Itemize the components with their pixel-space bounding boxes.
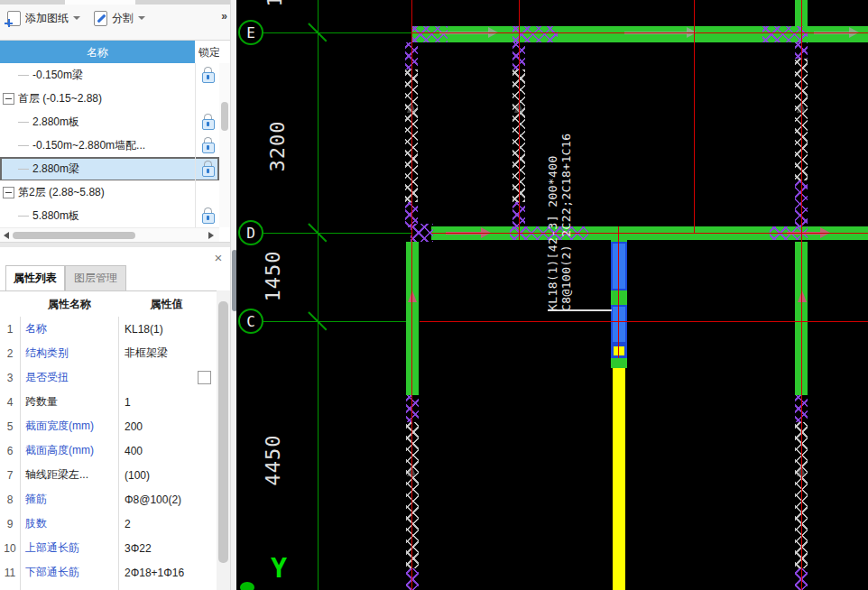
beam-vertical-left[interactable]	[406, 242, 419, 395]
tree-item-label: 第2层 (2.88~5.88)	[18, 180, 189, 204]
tab-layer-manager[interactable]: 图层管理	[65, 265, 126, 290]
property-value[interactable]: 400	[119, 438, 217, 463]
axis-line-E	[263, 32, 411, 33]
selected-beam-centerline	[618, 226, 619, 358]
property-value[interactable]: 非框架梁	[119, 341, 217, 365]
collapse-minus-icon[interactable]	[3, 93, 14, 105]
collapse-minus-icon[interactable]	[3, 187, 14, 198]
property-value[interactable]: Φ8@100(2)	[119, 487, 217, 512]
property-name: 截面高度(mm)	[20, 438, 119, 463]
property-name: 箍筋	[20, 487, 119, 512]
tree-item-sheet[interactable]: 5.880m板	[0, 204, 219, 228]
tree-item-sheet[interactable]: -0.150m梁	[0, 63, 219, 88]
close-icon[interactable]: ×	[211, 251, 226, 265]
wall-column-hatch[interactable]	[406, 568, 419, 590]
property-vertical-scrollbar[interactable]	[217, 290, 230, 590]
selected-beam-node-green[interactable]	[611, 290, 627, 305]
property-row[interactable]: 6截面高度(mm)400	[0, 438, 217, 464]
scrollbar-thumb[interactable]	[221, 102, 228, 131]
beam-annotation-line1: KL18(1)[42-3] 200*400	[546, 122, 559, 311]
property-name: 上部通长筋	[20, 536, 119, 560]
lock-icon[interactable]	[202, 161, 214, 176]
lock-icon[interactable]	[202, 114, 214, 129]
property-value[interactable]: 2Φ18+1Φ16	[119, 560, 217, 585]
property-value[interactable]: 200	[119, 414, 217, 438]
selected-beam-segment[interactable]	[611, 305, 627, 344]
grid-line-red-horizontal	[431, 233, 868, 234]
wall-column-hatch[interactable]	[406, 395, 419, 422]
tree-vertical-scrollbar[interactable]	[219, 63, 230, 227]
property-row[interactable]: 2结构类别非框架梁	[0, 341, 217, 366]
dimension-label: 4450	[262, 428, 283, 493]
scrollbar-thumb[interactable]	[13, 232, 135, 239]
flow-arrow-up	[408, 290, 417, 302]
property-row[interactable]: 7轴线距梁左...(100)	[0, 463, 217, 488]
property-row[interactable]: 11下部通长筋2Φ18+1Φ16	[0, 560, 217, 585]
property-row-number: 10	[0, 536, 21, 560]
tree-header-lock: 锁定	[199, 41, 219, 64]
property-row[interactable]: 9肢数2	[0, 512, 217, 537]
property-value[interactable]	[119, 585, 217, 590]
tree-item-label: 首层 (-0.15~2.88)	[18, 87, 189, 110]
selected-beam-yellow-segment[interactable]	[611, 344, 627, 358]
property-row[interactable]: 8箍筋Φ8@100(2)	[0, 487, 217, 512]
sheet-tree-header: 名称 锁定	[0, 40, 230, 65]
tree-item-sheet[interactable]: 2.880m梁	[0, 157, 219, 181]
property-value[interactable]: 3Φ22	[119, 536, 217, 560]
property-row[interactable]: 10上部通长筋3Φ22	[0, 536, 217, 561]
application-window: 添加图纸 分割 » 名称 锁定 -0.150m梁首层 (-0.15~2.88)2…	[0, 0, 868, 590]
split-button[interactable]: 分割	[94, 8, 145, 28]
property-row[interactable]: 5截面宽度(mm)200	[0, 414, 217, 439]
split-label: 分割	[112, 11, 134, 26]
lock-cell	[195, 204, 220, 227]
tree-item-floor[interactable]: 第2层 (2.88~5.88)	[0, 180, 219, 205]
scroll-right-arrow-icon[interactable]	[208, 232, 214, 239]
split-icon	[94, 11, 107, 26]
scroll-left-arrow-icon[interactable]	[4, 232, 9, 239]
lock-icon[interactable]	[202, 207, 214, 223]
property-name: 名称	[20, 317, 119, 341]
add-sheet-icon	[7, 11, 21, 26]
property-table-header: 属性名称 属性值	[0, 290, 217, 318]
lock-icon[interactable]	[202, 137, 214, 152]
property-row[interactable]: 12侧面构造筋(	[0, 585, 217, 590]
property-name: 下部通长筋	[20, 560, 119, 585]
scrollbar-thumb[interactable]	[218, 301, 228, 563]
property-value[interactable]: 2	[119, 512, 217, 536]
property-row[interactable]: 3是否受扭	[0, 365, 217, 391]
beam-annotation-label: KL18(1)[42-3] 200*400 C8@100(2) 2C22;2C1…	[546, 122, 573, 311]
property-value[interactable]: (100)	[119, 463, 217, 487]
highlighted-beam-yellow[interactable]	[613, 368, 625, 590]
tree-item-label: 2.880m梁	[32, 157, 191, 180]
toolbar-expand-button[interactable]: »	[221, 10, 226, 23]
axis-bubble-D: D	[238, 220, 263, 245]
lock-icon[interactable]	[202, 67, 214, 82]
selected-beam-segment[interactable]	[611, 242, 627, 290]
beam-wall-overlap-hatch	[411, 26, 448, 42]
add-sheet-button[interactable]: 添加图纸	[7, 8, 80, 28]
tab-property-list[interactable]: 属性列表	[5, 265, 65, 290]
wall-column-hatch[interactable]	[406, 422, 419, 568]
selected-beam-node-green[interactable]	[611, 358, 627, 368]
property-name: 结构类别	[20, 341, 119, 365]
tree-item-label: 2.880m板	[32, 110, 191, 134]
tree-branch-line	[18, 216, 29, 217]
tree-item-label: -0.150m~2.880m墙配...	[32, 134, 191, 157]
tree-item-sheet[interactable]: -0.150m~2.880m墙配...	[0, 134, 219, 158]
property-row[interactable]: 4跨数量1	[0, 390, 217, 415]
tree-item-sheet[interactable]: 2.880m板	[0, 110, 219, 134]
property-value[interactable]: 1	[119, 390, 217, 414]
selected-beam-end-green[interactable]	[611, 226, 627, 242]
property-row-number: 4	[0, 390, 21, 414]
tree-branch-line	[18, 169, 29, 170]
chevron-down-icon[interactable]	[138, 16, 145, 20]
property-row-number: 5	[0, 414, 21, 438]
cad-canvas[interactable]: KL18(1)[42-3] 200*400 C8@100(2) 2C22;2C1…	[236, 0, 868, 590]
torsion-checkbox[interactable]	[198, 371, 211, 384]
property-value[interactable]: KL18(1)	[119, 317, 217, 341]
chevron-down-icon[interactable]	[73, 16, 80, 20]
tree-horizontal-scrollbar[interactable]	[0, 227, 219, 243]
property-row[interactable]: 1名称KL18(1)	[0, 317, 217, 342]
grid-line-red-horizontal	[411, 32, 868, 33]
tree-item-floor[interactable]: 首层 (-0.15~2.88)	[0, 87, 219, 111]
